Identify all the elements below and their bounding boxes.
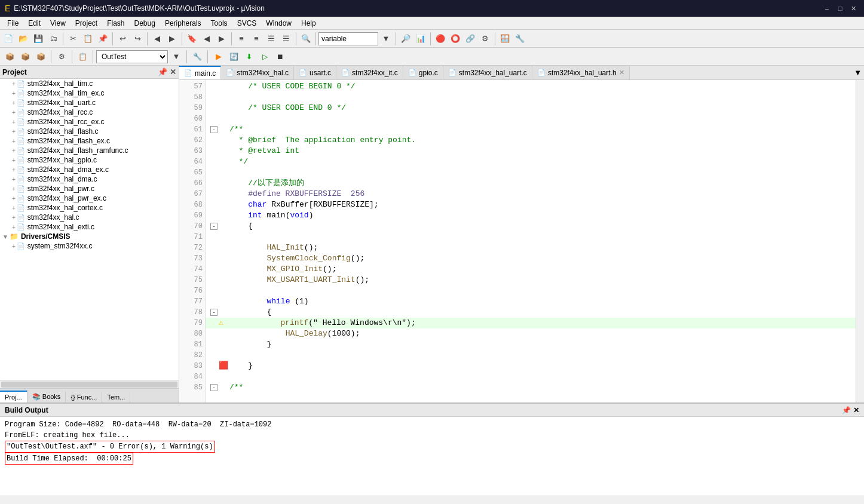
expand-icon[interactable]: + [12,167,16,173]
tab-templates[interactable]: Tem... [102,392,130,402]
options-btn[interactable]: ⚙ [54,50,69,64]
fold-button[interactable]: - [210,126,217,133]
pin-icon[interactable]: 📌 [158,67,167,76]
tree-item[interactable]: +📄stm32f4xx_hal_cortex.c [0,203,179,213]
stop-debug-btn[interactable]: ⏹ [273,50,287,64]
tree-item[interactable]: +📄stm32f4xx_hal_flash.c [0,127,179,136]
code-line[interactable] [206,167,856,178]
project3-btn[interactable]: 📦 [33,50,48,64]
code-line[interactable]: * @retval int [206,146,856,156]
expand-icon[interactable]: + [12,186,16,192]
download-btn[interactable]: ⬇ [242,50,256,64]
menu-help[interactable]: Help [296,18,321,29]
menu-debug[interactable]: Debug [130,18,160,29]
tab-functions[interactable]: {} Func... [66,392,102,402]
tree-item[interactable]: +📄stm32f4xx_hal_rcc.c [0,107,179,117]
undo-button[interactable]: ↩ [115,32,130,46]
nav-fwd-button[interactable]: ▶ [165,32,179,46]
code-line[interactable]: HAL_Delay(1000); [206,328,856,339]
circle-btn[interactable]: ⭕ [448,32,462,46]
expand-icon[interactable]: + [12,157,16,164]
code-line[interactable]: while (1) [206,296,856,307]
search-icon-button[interactable]: 🔍 [299,32,313,46]
load-btn[interactable]: 📋 [75,50,90,64]
target-dropdown[interactable]: OutTest [96,50,168,63]
code-line[interactable]: SystemClock_Config(); [206,253,856,264]
zoom-in[interactable]: 🔴 [433,32,448,46]
unindent-button[interactable]: ≡ [249,32,264,46]
code-line[interactable]: HAL_Init(); [206,242,856,253]
code-line[interactable] [206,350,856,361]
code-line[interactable]: 🟥 } [206,361,856,371]
tree-item[interactable]: +📄stm32f4xx_hal_tim.c [0,79,179,88]
tree-item[interactable]: +📄stm32f4xx_hal_dma_ex.c [0,165,179,174]
open-button[interactable]: 📂 [16,32,30,46]
code-line[interactable]: #define RXBUFFERSIZE 256 [206,189,856,199]
expand-icon[interactable]: + [12,205,16,211]
fold-button[interactable]: - [210,384,217,391]
tab-project[interactable]: Proj... [0,391,27,402]
expand-icon[interactable]: + [12,128,16,135]
code-line[interactable]: MX_GPIO_Init(); [206,264,856,275]
close-build-icon[interactable]: ✕ [853,406,859,414]
target-dropdown-btn[interactable]: ▼ [169,50,183,64]
code-line[interactable]: -/** [206,382,856,393]
variable-input[interactable] [318,32,378,45]
find-in-files[interactable]: 🔎 [399,32,413,46]
tree-item[interactable]: +📄stm32f4xx_hal_flash_ex.c [0,136,179,146]
code-line[interactable]: * @brief The application entry point. [206,135,856,146]
expand-icon[interactable]: + [12,100,16,106]
code-line[interactable] [206,371,856,382]
new-file-button[interactable]: 📄 [1,32,16,46]
expand-icon[interactable]: + [12,214,16,221]
next-bookmark[interactable]: ▶ [215,32,229,46]
code-line[interactable]: int main(void) [206,210,856,221]
tree-item[interactable]: +📄stm32f4xx_hal_dma.c [0,174,179,184]
tab-uart-h[interactable]: 📄 stm32f4xx_hal_uart.h ✕ [532,66,630,80]
code-line[interactable]: - { [206,307,856,318]
expand-icon[interactable]: + [12,119,16,125]
expand-icon[interactable]: + [12,138,16,145]
tab-main-c[interactable]: 📄 main.c [179,66,221,80]
tree-item[interactable]: +📄stm32f4xx_hal_exti.c [0,222,179,232]
project-hscroll[interactable] [0,380,179,388]
code-line[interactable]: char RxBuffer[RXBUFFERSIZE]; [206,199,856,210]
tree-item[interactable]: +📄stm32f4xx_hal.c [0,213,179,222]
redo-button[interactable]: ↪ [130,32,145,46]
tree-item[interactable]: +📄stm32f4xx_hal_flash_ramfunc.c [0,146,179,155]
code-line[interactable]: /* USER CODE END 0 */ [206,103,856,113]
menu-peripherals[interactable]: Peripherals [160,18,206,29]
tree-item[interactable]: +📄stm32f4xx_hal_tim_ex.c [0,88,179,98]
close-button[interactable]: ✕ [847,2,859,14]
build-btn[interactable]: ▶ [211,50,225,64]
fold-button[interactable]: - [210,309,217,316]
tab-uart-c[interactable]: 📄 stm32f4xx_hal_uart.c [443,66,532,80]
tree-item[interactable]: +📄stm32f4xx_hal_pwr_ex.c [0,193,179,203]
start-debug-btn[interactable]: ▷ [258,50,272,64]
build-hscroll[interactable] [0,496,864,504]
project2-btn[interactable]: 📦 [18,50,32,64]
code-content[interactable]: /* USER CODE BEGIN 0 */ /* USER CODE END… [206,80,856,402]
menu-project[interactable]: Project [71,18,102,29]
expand-icon[interactable]: + [12,176,16,183]
expand-icon[interactable]: + [12,243,16,250]
link-btn[interactable]: 🔗 [463,32,477,46]
copy-button[interactable]: 📋 [81,32,95,46]
paste-button[interactable]: 📌 [96,32,110,46]
fold-button[interactable]: - [210,223,217,230]
close-panel-icon[interactable]: ✕ [170,67,176,76]
expand-icon[interactable]: + [12,109,16,116]
code-line[interactable] [206,232,856,242]
code-line[interactable]: */ [206,156,856,167]
code-line[interactable]: MX_USART1_UART_Init(); [206,275,856,285]
tree-item[interactable]: ▼📁Drivers/CMSIS [0,232,179,241]
windows-btn[interactable]: 🪟 [498,32,512,46]
project-btn[interactable]: 📦 [2,50,17,64]
tree-item[interactable]: +📄stm32f4xx_hal_rcc_ex.c [0,117,179,127]
indent-button[interactable]: ≡ [234,32,249,46]
cut-button[interactable]: ✂ [66,32,80,46]
menu-view[interactable]: View [45,18,71,29]
tab-gpio-c[interactable]: 📄 gpio.c [403,66,443,80]
save-button[interactable]: 💾 [31,32,45,46]
prev-bookmark[interactable]: ◀ [200,32,214,46]
